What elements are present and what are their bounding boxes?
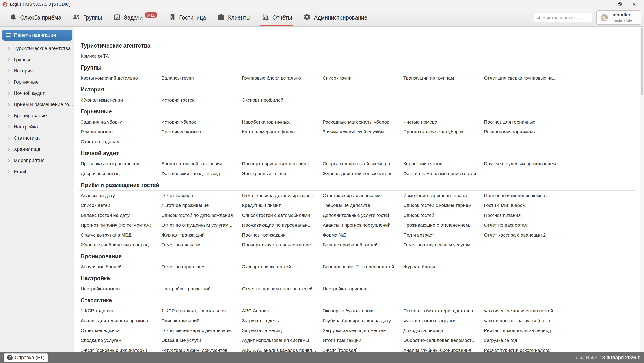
report-link[interactable]: Рейтинг доходности за период xyxy=(484,325,565,335)
report-link[interactable]: Отчёт кассира детализированн... xyxy=(242,191,323,200)
report-link[interactable]: Отчет для сверки групповых на... xyxy=(484,73,565,83)
report-link[interactable]: Пол и возраст xyxy=(403,230,484,240)
scrollbar-thumb[interactable] xyxy=(641,28,643,95)
report-link[interactable]: Загрузка за год xyxy=(484,335,565,345)
search-input[interactable] xyxy=(542,15,590,20)
report-link[interactable]: Список гостей с комментарием xyxy=(403,200,484,210)
report-link[interactable]: DayUse с нулевым проживанием xyxy=(484,159,565,169)
report-link[interactable]: Балансы групп xyxy=(161,73,242,83)
report-link[interactable]: Изменение тарифного плана xyxy=(403,191,484,200)
report-link[interactable]: Журнал действий пользователя xyxy=(323,169,403,178)
nav-tab-clients[interactable]: Клиенты xyxy=(215,9,252,27)
report-link[interactable]: Журнал изменений xyxy=(81,95,161,105)
report-link[interactable]: Журнал транзакций xyxy=(161,230,242,240)
report-link[interactable]: Комиссия ТА xyxy=(81,51,161,61)
report-link[interactable]: Загрузка за месяц xyxy=(242,325,323,335)
nav-tab-tasks[interactable]: Задачи9·16 xyxy=(111,9,159,27)
report-link[interactable]: Список гостей по дате рождения xyxy=(161,210,242,220)
nav-tab-administration[interactable]: Администрирование xyxy=(302,9,369,27)
report-link[interactable]: Коррекции счетов xyxy=(403,159,484,169)
report-link[interactable]: Кредитный лимит xyxy=(242,200,323,210)
sidebar-item-booking[interactable]: Бронирование xyxy=(0,110,74,121)
sidebar-item-storage[interactable]: Хранилище xyxy=(0,144,74,155)
nav-tab-reports[interactable]: Отчёты xyxy=(260,9,294,27)
nav-tab-hotel[interactable]: Гостиница xyxy=(167,9,208,27)
report-link[interactable]: Ремонт комнат xyxy=(81,127,161,137)
sidebar-item-history[interactable]: История xyxy=(0,65,74,77)
report-link[interactable]: Экспорт списка гостей xyxy=(242,262,323,272)
report-link[interactable]: Список групп xyxy=(323,73,403,83)
report-link[interactable]: Разногласия горничных xyxy=(484,127,565,137)
report-link[interactable]: История уборок xyxy=(161,117,242,127)
help-button[interactable]: ? Справка (F1) xyxy=(4,353,48,362)
report-link[interactable]: Прогноз транзакций xyxy=(242,230,323,240)
report-link[interactable]: Брони с отменой заселения xyxy=(161,159,242,169)
report-link[interactable]: Отчёт кассира xyxy=(161,191,242,200)
report-link[interactable]: Оказанные услуги xyxy=(161,335,242,345)
report-link[interactable]: Отчет по гарантиям xyxy=(161,262,242,272)
report-link[interactable]: Список компаний xyxy=(161,316,242,325)
report-link[interactable]: Групповые блоки детально xyxy=(242,73,323,83)
sidebar-item-groups[interactable]: Группы xyxy=(0,54,74,65)
sidebar-item-tourist-agencies[interactable]: Туристические агентства xyxy=(0,43,74,54)
restore-button[interactable] xyxy=(613,0,627,9)
report-filter-input[interactable] xyxy=(79,29,636,39)
sidebar-item-night-audit[interactable]: Ночной аудит xyxy=(0,88,74,99)
report-link[interactable]: Гости с минибаром xyxy=(484,200,565,210)
report-link[interactable]: Аннуляция броней xyxy=(81,262,161,272)
report-link[interactable]: Журнал эквайринговых операц... xyxy=(81,240,161,250)
report-link[interactable]: Фактическое количество гостей xyxy=(484,306,565,316)
report-link[interactable]: Расходные материалы уборок xyxy=(323,117,403,127)
report-link[interactable]: Экспорт в бухгалтерию xyxy=(323,306,403,316)
report-link[interactable]: Загрузка за месяц по местам xyxy=(323,325,403,335)
report-link[interactable]: Отчет по задачам xyxy=(81,137,161,147)
report-link[interactable]: Дополнительные услуги гостей xyxy=(323,210,403,220)
report-link[interactable]: Отчёт менеджера с детализаци... xyxy=(161,325,242,335)
report-link[interactable]: АВС XYZ анализ каналов привл... xyxy=(242,345,323,352)
report-link[interactable]: Плановое изменение комнат xyxy=(484,191,565,200)
report-link[interactable]: Задания на уборку xyxy=(81,117,161,127)
report-link[interactable]: Факт и прогноз загрузки (по ко... xyxy=(484,316,565,325)
report-link[interactable]: Оборотно-сальдовая ведомость xyxy=(403,335,484,345)
report-link[interactable]: Глубина бронирования на дату xyxy=(323,316,403,325)
report-link[interactable]: Факт и прогноз загрузки xyxy=(403,316,484,325)
report-link[interactable]: Фактический заезд - выезд xyxy=(161,169,242,178)
report-link[interactable]: Итоги транзакций xyxy=(323,335,403,345)
report-link[interactable]: 1-КСР (основные индикаторы) xyxy=(81,345,161,352)
report-link[interactable]: 1-КСР (годовая) xyxy=(323,345,403,352)
nav-tab-reception[interactable]: Служба приёма xyxy=(8,9,63,27)
report-link[interactable]: Состояние комнат xyxy=(161,127,242,137)
report-link[interactable]: Баланс профилей гостей xyxy=(323,240,403,250)
report-link[interactable]: Факт и схема размещения гостей xyxy=(403,169,484,178)
report-link[interactable]: Статус выгрузки в МВД xyxy=(81,230,161,240)
report-link[interactable]: Сверка кол-ва гостей схеме ра... xyxy=(323,159,403,169)
sidebar-item-statistics[interactable]: Статистика xyxy=(0,133,74,144)
report-link[interactable]: Настройка транзакций xyxy=(161,284,242,294)
report-link[interactable]: Электронные ключи xyxy=(242,169,323,178)
report-link[interactable]: Форма №5 xyxy=(323,230,403,240)
minimize-button[interactable] xyxy=(598,0,613,9)
report-link[interactable]: Наработка горничных xyxy=(242,117,323,127)
sidebar-item-email[interactable]: Email xyxy=(0,166,74,177)
report-link[interactable]: Проживающие с отклонением... xyxy=(403,220,484,230)
report-link[interactable]: Сводка по услугам xyxy=(81,335,161,345)
report-link[interactable]: Авансы и прогноз поступлений xyxy=(323,220,403,230)
report-link[interactable]: Карта номерного фонда xyxy=(242,127,323,137)
report-link[interactable]: 1-КСР, годовая xyxy=(81,306,161,316)
report-link[interactable]: Расчет туристического налога xyxy=(484,345,565,352)
report-link[interactable]: АВС Анализ xyxy=(242,306,323,316)
report-link[interactable]: Отчет по отпущенным услугам xyxy=(403,240,484,250)
report-link[interactable]: Анализ глубины бронирования xyxy=(403,345,484,352)
report-link[interactable]: Чистые номера xyxy=(403,117,484,127)
report-link[interactable]: Квоты компаний детально xyxy=(81,73,161,83)
report-link[interactable]: Отчет по правам пользователей xyxy=(242,284,323,294)
report-link[interactable]: Журнал брони xyxy=(403,262,484,272)
report-link[interactable]: Отчёт по отпущенным услугам... xyxy=(161,220,242,230)
report-link[interactable]: История гостей xyxy=(161,95,242,105)
report-link[interactable]: Список детей xyxy=(81,200,161,210)
report-link[interactable]: Проверка зачета авансов и пре... xyxy=(242,240,323,250)
report-link[interactable]: Отчёт менеджера xyxy=(81,325,161,335)
close-button[interactable] xyxy=(627,0,641,9)
report-link[interactable]: Регистрация фин. документов xyxy=(161,345,242,352)
report-link[interactable]: Проверка привязки к истории г... xyxy=(242,159,323,169)
